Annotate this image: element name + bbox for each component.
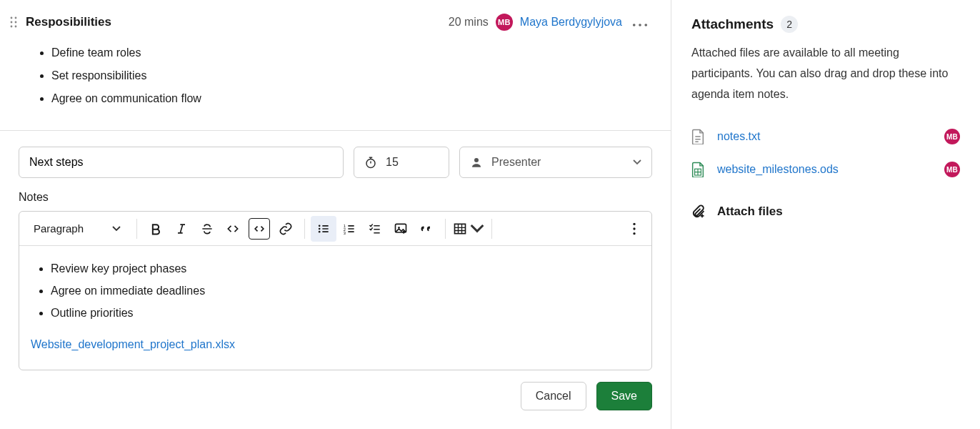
checklist-button[interactable]: [362, 216, 388, 242]
attachments-panel: Attachments 2 Attached files are availab…: [671, 0, 980, 429]
svg-point-5: [15, 26, 17, 28]
svg-point-1: [15, 17, 17, 19]
toolbar-separator: [304, 219, 305, 239]
person-icon: [470, 156, 483, 169]
duration-value: 15: [386, 156, 399, 169]
file-spreadsheet-icon: [691, 162, 704, 177]
editor-content[interactable]: Review key project phases Agree on immed…: [19, 246, 651, 370]
agenda-item-title: Resposibilities: [26, 15, 441, 29]
svg-rect-19: [455, 224, 466, 233]
attachment-row[interactable]: website_milestones.ods MB: [691, 153, 960, 186]
code-block-button[interactable]: [249, 218, 270, 240]
chevron-down-icon: [633, 159, 641, 165]
svg-point-21: [633, 227, 635, 230]
avatar[interactable]: MB: [944, 162, 960, 177]
toolbar-separator: [491, 219, 492, 239]
attachment-name: notes.txt: [717, 130, 931, 143]
image-button[interactable]: [388, 216, 414, 242]
bullet-list-button[interactable]: [311, 216, 336, 242]
link-button[interactable]: [273, 216, 299, 242]
more-options-button[interactable]: [621, 216, 647, 242]
quote-button[interactable]: [414, 216, 439, 242]
agenda-item-points: Define team roles Set responsibilities A…: [51, 41, 651, 110]
svg-point-13: [319, 230, 321, 232]
attachment-row[interactable]: notes.txt MB: [691, 120, 960, 153]
stopwatch-icon: [364, 156, 377, 169]
list-item: Define team roles: [51, 41, 651, 64]
editor-toolbar: Paragraph 123: [19, 212, 651, 246]
agenda-item: Resposibilities 20 mins MB Maya Berdygyl…: [0, 0, 671, 131]
notes-editor: Paragraph 123: [19, 211, 652, 370]
attachments-description: Attached files are available to all meet…: [691, 43, 960, 104]
svg-point-11: [319, 225, 321, 227]
list-item: Agree on immediate deadlines: [51, 280, 640, 302]
duration-input[interactable]: 15: [354, 147, 449, 178]
paperclip-icon: [691, 204, 706, 219]
agenda-item-editor: 15 Presenter Notes Paragraph: [0, 131, 671, 416]
file-text-icon: [691, 129, 704, 144]
attachments-title: Attachments: [691, 16, 774, 32]
svg-point-12: [319, 227, 321, 230]
list-item: Review key project phases: [51, 257, 640, 280]
notes-label: Notes: [19, 191, 652, 204]
svg-point-6: [633, 24, 636, 26]
svg-point-7: [639, 24, 641, 26]
cancel-button[interactable]: Cancel: [521, 382, 586, 410]
presenter-placeholder: Presenter: [491, 156, 624, 169]
svg-point-3: [15, 21, 17, 24]
list-item: Agree on communication flow: [51, 87, 651, 110]
attach-files-label: Attach files: [717, 204, 783, 219]
agenda-item-duration: 20 mins: [449, 16, 489, 29]
presenter-select[interactable]: Presenter: [459, 147, 652, 178]
svg-point-10: [474, 158, 479, 162]
code-button[interactable]: [220, 216, 246, 242]
drag-handle-icon[interactable]: [9, 16, 19, 28]
avatar[interactable]: MB: [944, 129, 960, 144]
toolbar-separator: [136, 219, 137, 239]
attachment-name: website_milestones.ods: [717, 163, 931, 176]
presenter-link[interactable]: Maya Berdygylyjova: [520, 16, 622, 29]
more-menu-button[interactable]: [629, 13, 651, 31]
svg-point-0: [11, 17, 13, 19]
svg-point-2: [11, 21, 13, 24]
svg-point-20: [633, 222, 635, 225]
list-item: Set responsibilities: [51, 64, 651, 87]
svg-point-8: [644, 24, 647, 26]
attach-files-button[interactable]: Attach files: [691, 186, 960, 219]
bold-button[interactable]: [143, 216, 169, 242]
italic-button[interactable]: [169, 216, 194, 242]
attachments-count: 2: [781, 16, 798, 33]
table-button[interactable]: [451, 216, 486, 242]
svg-point-4: [11, 26, 13, 28]
avatar[interactable]: MB: [496, 14, 513, 31]
strikethrough-button[interactable]: [194, 216, 220, 242]
svg-point-22: [633, 232, 635, 235]
save-button[interactable]: Save: [596, 382, 652, 410]
chevron-down-icon: [112, 226, 121, 232]
list-item: Outline priorities: [51, 302, 640, 324]
format-select[interactable]: Paragraph: [24, 212, 131, 245]
toolbar-separator: [445, 219, 446, 239]
file-link[interactable]: Website_development_project_plan.xlsx: [31, 338, 235, 350]
numbered-list-button[interactable]: 123: [336, 216, 362, 242]
title-input[interactable]: [19, 147, 344, 178]
svg-text:3: 3: [344, 230, 346, 235]
